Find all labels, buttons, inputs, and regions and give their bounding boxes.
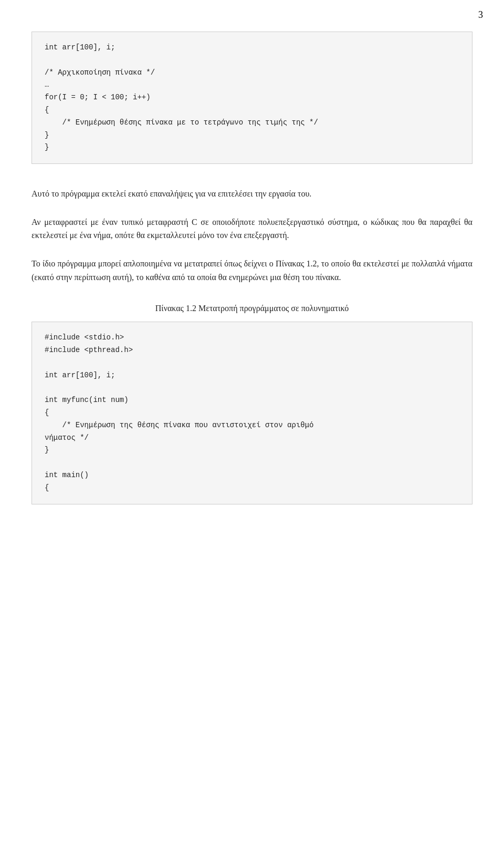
code-line: } <box>45 446 49 454</box>
code-line: /* Ενημέρωση θέσης πίνακα με το τετράγων… <box>45 118 318 127</box>
code-line: { <box>45 106 49 114</box>
code-line: int myfunc(int num) <box>45 396 129 404</box>
code-block-2: #include <stdio.h> #include <pthread.h> … <box>32 322 472 504</box>
code-line: #include <pthread.h> <box>45 346 133 354</box>
page-number: 3 <box>478 9 483 20</box>
paragraph-3: Το ίδιο πρόγραμμα μπορεί απλοποιημένα να… <box>32 257 472 284</box>
code-line: int main() <box>45 471 89 479</box>
code-line: /* Ενημέρωση της θέσης πίνακα που αντιστ… <box>45 421 313 429</box>
code-line: } <box>45 143 49 151</box>
code-line: … <box>45 80 49 89</box>
figure-caption: Πίνακας 1.2 Μετατροπή προγράμματος σε πο… <box>32 304 472 313</box>
code-line: /* Αρχικοποίηση πίνακα */ <box>45 68 155 77</box>
code-line: for(I = 0; I < 100; i++) <box>45 93 151 101</box>
code-line: int arr[100], i; <box>45 43 115 51</box>
code-line: #include <stdio.h> <box>45 333 124 342</box>
paragraph-1: Αυτό το πρόγραμμα εκτελεί εκατό επαναλήψ… <box>32 187 472 201</box>
code-line: νήματος */ <box>45 434 89 442</box>
code-block-1: int arr[100], i; /* Αρχικοποίηση πίνακα … <box>32 32 472 164</box>
code-line: int arr[100], i; <box>45 371 115 379</box>
page-content: int arr[100], i; /* Αρχικοποίηση πίνακα … <box>0 11 504 538</box>
code-line: } <box>45 131 49 139</box>
paragraph-2: Αν μεταφραστεί με έναν τυπικό μεταφραστή… <box>32 215 472 242</box>
code-line: { <box>45 483 49 492</box>
code-line: { <box>45 408 49 417</box>
